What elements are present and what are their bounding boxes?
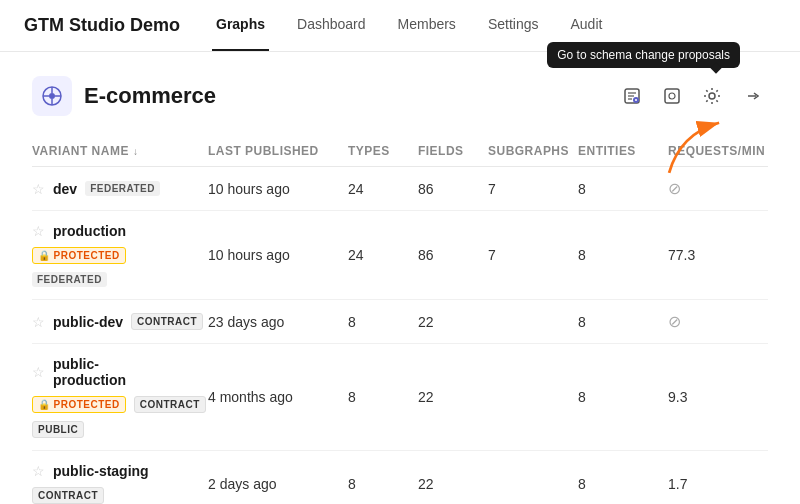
- main-content: E-commerce Go to schema change proposals: [0, 52, 800, 504]
- variant-name: production: [53, 223, 126, 239]
- col-header-variant-name: VARIANT NAME ↓: [32, 144, 208, 158]
- variant-cell: ☆ public-production 🔒 PROTECTED CONTRACT…: [32, 356, 208, 438]
- entities-value: 8: [578, 314, 668, 330]
- types-value: 24: [348, 247, 418, 263]
- table-row[interactable]: ☆ public-dev CONTRACT 23 days ago 8 22 8…: [32, 300, 768, 344]
- tab-graphs[interactable]: Graphs: [212, 0, 269, 51]
- variant-name: dev: [53, 181, 77, 197]
- fields-value: 86: [418, 181, 488, 197]
- tab-dashboard[interactable]: Dashboard: [293, 0, 370, 51]
- federated-badge: FEDERATED: [85, 181, 160, 196]
- last-published: 2 days ago: [208, 476, 348, 492]
- section-title: E-commerce: [84, 83, 216, 109]
- tab-members[interactable]: Members: [394, 0, 460, 51]
- svg-point-16: [709, 93, 715, 99]
- requests-value: ⊘: [668, 179, 768, 198]
- svg-point-15: [669, 93, 675, 99]
- col-header-subgraphs: SUBGRAPHS: [488, 144, 578, 158]
- variant-cell: ☆ public-dev CONTRACT: [32, 313, 208, 330]
- settings-button[interactable]: [696, 80, 728, 112]
- table-header: VARIANT NAME ↓ LAST PUBLISHED TYPES FIEL…: [32, 136, 768, 167]
- requests-value: 9.3: [668, 389, 768, 405]
- last-published: 10 hours ago: [208, 247, 348, 263]
- variant-cell: ☆ public-staging CONTRACT: [32, 463, 208, 504]
- star-icon[interactable]: ☆: [32, 314, 45, 330]
- contract-badge: CONTRACT: [134, 396, 206, 413]
- variant-cell: ☆ dev FEDERATED: [32, 181, 208, 197]
- schema-proposals-button[interactable]: [616, 80, 648, 112]
- entities-value: 8: [578, 476, 668, 492]
- star-icon[interactable]: ☆: [32, 364, 45, 380]
- fields-value: 22: [418, 389, 488, 405]
- variant-name: public-production: [53, 356, 126, 388]
- table-row[interactable]: ☆ public-staging CONTRACT 2 days ago 8 2…: [32, 451, 768, 504]
- star-icon[interactable]: ☆: [32, 463, 45, 479]
- fields-value: 22: [418, 314, 488, 330]
- col-header-requests: REQUESTS/MIN: [668, 144, 768, 158]
- types-value: 8: [348, 476, 418, 492]
- variant-name: public-staging: [53, 463, 149, 479]
- app-title: GTM Studio Demo: [24, 15, 180, 36]
- federated-badge: FEDERATED: [32, 272, 107, 287]
- last-published: 4 months ago: [208, 389, 348, 405]
- entities-value: 8: [578, 247, 668, 263]
- header-actions: Go to schema change proposals: [616, 80, 768, 112]
- graph-icon: [32, 76, 72, 116]
- star-icon[interactable]: ☆: [32, 223, 45, 239]
- fields-value: 22: [418, 476, 488, 492]
- section-title-group: E-commerce: [32, 76, 216, 116]
- last-published: 23 days ago: [208, 314, 348, 330]
- types-value: 24: [348, 181, 418, 197]
- entities-value: 8: [578, 389, 668, 405]
- requests-value: ⊘: [668, 312, 768, 331]
- types-value: 8: [348, 314, 418, 330]
- types-value: 8: [348, 389, 418, 405]
- protected-badge: 🔒 PROTECTED: [32, 396, 126, 413]
- history-button[interactable]: [656, 80, 688, 112]
- svg-rect-14: [665, 89, 679, 103]
- variant-cell: ☆ production 🔒 PROTECTED FEDERATED: [32, 223, 208, 287]
- schema-proposals-tooltip: Go to schema change proposals: [547, 42, 740, 68]
- subgraphs-value: 7: [488, 247, 578, 263]
- star-icon[interactable]: ☆: [32, 181, 45, 197]
- requests-value: 77.3: [668, 247, 768, 263]
- contract-badge: CONTRACT: [32, 487, 104, 504]
- col-header-fields: FIELDS: [418, 144, 488, 158]
- public-badge: PUBLIC: [32, 421, 84, 438]
- col-header-entities: ENTITIES: [578, 144, 668, 158]
- table-row[interactable]: ☆ public-production 🔒 PROTECTED CONTRACT…: [32, 344, 768, 451]
- requests-value: 1.7: [668, 476, 768, 492]
- last-published: 10 hours ago: [208, 181, 348, 197]
- more-options-button[interactable]: [736, 80, 768, 112]
- table-row[interactable]: ☆ dev FEDERATED 10 hours ago 24 86 7 8 ⊘: [32, 167, 768, 211]
- col-header-types: TYPES: [348, 144, 418, 158]
- entities-value: 8: [578, 181, 668, 197]
- sort-icon: ↓: [133, 146, 138, 157]
- tab-settings[interactable]: Settings: [484, 0, 543, 51]
- table-row[interactable]: ☆ production 🔒 PROTECTED FEDERATED 10 ho…: [32, 211, 768, 300]
- contract-badge: CONTRACT: [131, 313, 203, 330]
- variant-name: public-dev: [53, 314, 123, 330]
- subgraphs-value: 7: [488, 181, 578, 197]
- variants-table: VARIANT NAME ↓ LAST PUBLISHED TYPES FIEL…: [32, 136, 768, 504]
- protected-badge: 🔒 PROTECTED: [32, 247, 126, 264]
- col-header-last-published: LAST PUBLISHED: [208, 144, 348, 158]
- fields-value: 86: [418, 247, 488, 263]
- svg-point-1: [49, 93, 55, 99]
- section-header: E-commerce Go to schema change proposals: [32, 76, 768, 116]
